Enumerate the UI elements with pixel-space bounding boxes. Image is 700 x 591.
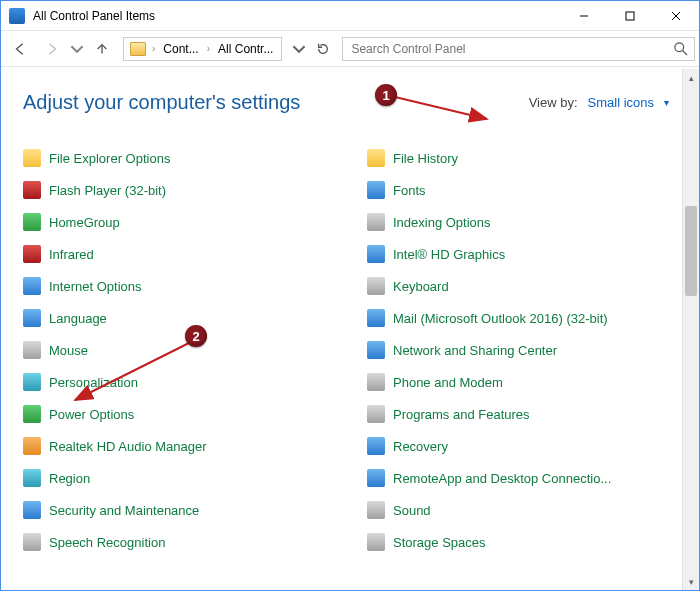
item-icon (23, 149, 41, 167)
item-icon (23, 245, 41, 263)
navigation-bar: › Cont... › All Contr... (1, 31, 699, 67)
folder-icon (130, 42, 146, 56)
breadcrumb-seg-1[interactable]: Cont... (157, 38, 204, 60)
forward-button[interactable] (37, 35, 67, 63)
item-icon (367, 533, 385, 551)
control-panel-item[interactable]: Sound (367, 501, 681, 519)
title-bar: All Control Panel Items (1, 1, 699, 31)
control-panel-item[interactable]: Speech Recognition (23, 533, 337, 551)
item-icon (367, 149, 385, 167)
item-icon (367, 437, 385, 455)
control-panel-item[interactable]: Mail (Microsoft Outlook 2016) (32-bit) (367, 309, 681, 327)
item-label: Fonts (393, 183, 426, 198)
item-icon (23, 213, 41, 231)
item-label: Mouse (49, 343, 88, 358)
item-icon (367, 309, 385, 327)
control-panel-item[interactable]: Language (23, 309, 337, 327)
chevron-right-icon[interactable]: › (205, 43, 212, 54)
minimize-button[interactable] (561, 1, 607, 31)
svg-rect-1 (626, 12, 634, 20)
view-by-control[interactable]: View by: Small icons ▾ (529, 95, 669, 110)
items-column-left: File Explorer OptionsFlash Player (32-bi… (23, 149, 337, 551)
content-area: File Explorer OptionsFlash Player (32-bi… (1, 135, 681, 590)
control-panel-item[interactable]: Indexing Options (367, 213, 681, 231)
items-column-right: File HistoryFontsIndexing OptionsIntel® … (367, 149, 681, 551)
item-label: HomeGroup (49, 215, 120, 230)
search-input[interactable] (349, 41, 674, 57)
item-label: Indexing Options (393, 215, 491, 230)
control-panel-item[interactable]: Personalization (23, 373, 337, 391)
item-icon (23, 533, 41, 551)
chevron-right-icon[interactable]: › (150, 43, 157, 54)
recent-dropdown[interactable] (69, 35, 85, 63)
item-label: Speech Recognition (49, 535, 165, 550)
address-dropdown[interactable] (290, 35, 308, 63)
item-label: Phone and Modem (393, 375, 503, 390)
item-label: Language (49, 311, 107, 326)
control-panel-item[interactable]: Flash Player (32-bit) (23, 181, 337, 199)
page-title: Adjust your computer's settings (23, 91, 300, 114)
control-panel-item[interactable]: Storage Spaces (367, 533, 681, 551)
control-panel-item[interactable]: File History (367, 149, 681, 167)
control-panel-item[interactable]: Region (23, 469, 337, 487)
item-label: Programs and Features (393, 407, 530, 422)
item-label: Internet Options (49, 279, 142, 294)
item-label: Flash Player (32-bit) (49, 183, 166, 198)
scroll-down-button[interactable]: ▾ (683, 573, 699, 590)
item-icon (23, 469, 41, 487)
item-icon (367, 213, 385, 231)
control-panel-item[interactable]: Keyboard (367, 277, 681, 295)
control-panel-item[interactable]: Phone and Modem (367, 373, 681, 391)
control-panel-item[interactable]: Internet Options (23, 277, 337, 295)
scroll-up-button[interactable]: ▴ (683, 69, 699, 86)
chevron-down-icon[interactable]: ▾ (664, 97, 669, 108)
app-icon (9, 8, 25, 24)
refresh-button[interactable] (312, 35, 334, 63)
item-icon (367, 405, 385, 423)
control-panel-item[interactable]: Mouse (23, 341, 337, 359)
control-panel-item[interactable]: HomeGroup (23, 213, 337, 231)
scroll-track[interactable] (683, 86, 699, 573)
control-panel-item[interactable]: Power Options (23, 405, 337, 423)
view-by-value[interactable]: Small icons (588, 95, 654, 110)
vertical-scrollbar[interactable]: ▴ ▾ (682, 69, 699, 590)
search-input-wrap[interactable] (342, 37, 695, 61)
item-icon (367, 469, 385, 487)
item-label: File Explorer Options (49, 151, 170, 166)
control-panel-item[interactable]: Infrared (23, 245, 337, 263)
control-panel-item[interactable]: Security and Maintenance (23, 501, 337, 519)
search-icon (674, 42, 688, 56)
control-panel-item[interactable]: RemoteApp and Desktop Connectio... (367, 469, 681, 487)
control-panel-item[interactable]: Programs and Features (367, 405, 681, 423)
control-panel-item[interactable]: Network and Sharing Center (367, 341, 681, 359)
control-panel-item[interactable]: Realtek HD Audio Manager (23, 437, 337, 455)
item-label: Mail (Microsoft Outlook 2016) (32-bit) (393, 311, 608, 326)
control-panel-item[interactable]: Fonts (367, 181, 681, 199)
item-icon (367, 341, 385, 359)
back-button[interactable] (5, 35, 35, 63)
breadcrumb-seg-2[interactable]: All Contr... (212, 38, 279, 60)
annotation-badge-1: 1 (375, 84, 397, 106)
item-icon (23, 405, 41, 423)
item-label: Power Options (49, 407, 134, 422)
close-button[interactable] (653, 1, 699, 31)
control-panel-item[interactable]: File Explorer Options (23, 149, 337, 167)
item-icon (23, 181, 41, 199)
item-icon (367, 245, 385, 263)
item-icon (367, 373, 385, 391)
address-bar[interactable]: › Cont... › All Contr... (123, 37, 282, 61)
view-by-label: View by: (529, 95, 578, 110)
item-label: Security and Maintenance (49, 503, 199, 518)
item-label: Intel® HD Graphics (393, 247, 505, 262)
scroll-thumb[interactable] (685, 206, 697, 296)
heading-row: Adjust your computer's settings View by:… (1, 67, 699, 124)
item-icon (23, 277, 41, 295)
item-label: Keyboard (393, 279, 449, 294)
control-panel-item[interactable]: Intel® HD Graphics (367, 245, 681, 263)
control-panel-item[interactable]: Recovery (367, 437, 681, 455)
item-icon (367, 277, 385, 295)
item-icon (23, 341, 41, 359)
svg-point-4 (675, 42, 684, 51)
up-button[interactable] (87, 35, 117, 63)
maximize-button[interactable] (607, 1, 653, 31)
